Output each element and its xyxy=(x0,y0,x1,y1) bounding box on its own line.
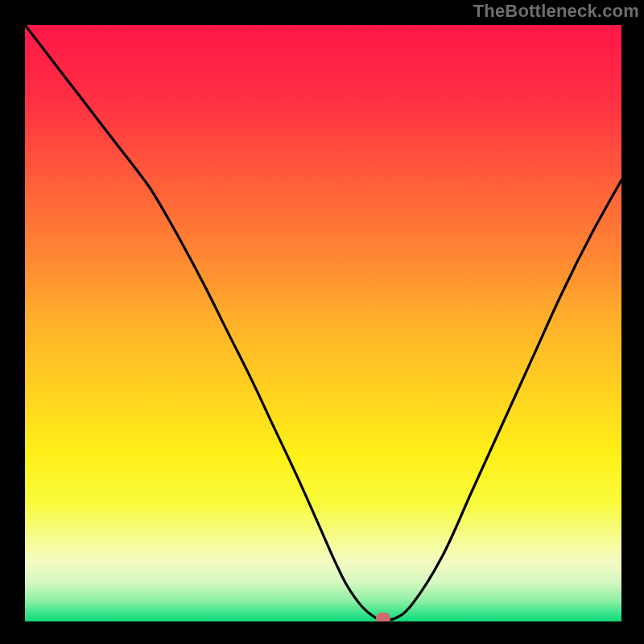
curve-layer xyxy=(25,25,621,621)
attribution-text: TheBottleneck.com xyxy=(473,1,639,22)
chart-stage: TheBottleneck.com xyxy=(0,0,644,644)
optimal-point-marker xyxy=(376,613,390,621)
plot-area xyxy=(25,25,621,621)
bottleneck-curve xyxy=(25,25,621,620)
